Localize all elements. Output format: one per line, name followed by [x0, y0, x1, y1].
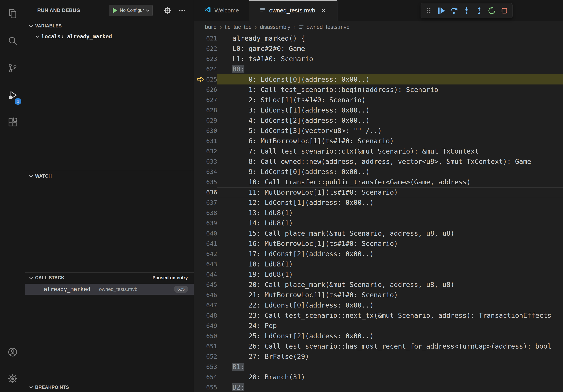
code-text[interactable]: 4: LdConst[2](address: 0x00..) — [217, 115, 563, 126]
code-line[interactable]: 653 B1: — [194, 362, 563, 372]
gutter-glyph-margin[interactable] — [194, 382, 205, 392]
code-text[interactable]: L0: game#2#0: Game — [217, 43, 563, 54]
gutter-glyph-margin[interactable] — [194, 351, 205, 362]
code-line[interactable]: 628 3: LdConst[1](address: 0x00..) — [194, 105, 563, 115]
gutter-glyph-margin[interactable] — [194, 249, 205, 259]
code-line[interactable]: 636 11: MutBorrowLoc[1](ts#1#0: Scenario… — [194, 187, 563, 197]
code-text[interactable]: 24: Pop — [217, 321, 563, 331]
gutter-glyph-margin[interactable] — [194, 310, 205, 321]
code-line[interactable]: 621 already_marked() { — [194, 33, 563, 43]
code-text[interactable]: 6: MutBorrowLoc[1](ts#1#0: Scenario) — [217, 136, 563, 146]
activity-source-control[interactable] — [0, 54, 25, 82]
gutter-glyph-margin[interactable] — [194, 126, 205, 136]
activity-settings[interactable] — [0, 365, 25, 392]
gutter-glyph-margin[interactable] — [194, 372, 205, 382]
gutter-glyph-margin[interactable] — [194, 300, 205, 310]
gutter-glyph-margin[interactable] — [194, 208, 205, 218]
tab-owned-tests[interactable]: owned_tests.mvb — [249, 0, 337, 21]
code-line[interactable]: 635 10: Call transfer::public_transfer<G… — [194, 177, 563, 187]
gutter-glyph-margin[interactable] — [194, 43, 205, 54]
code-line[interactable]: 626 1: Call test_scenario::begin(address… — [194, 84, 563, 95]
code-line[interactable]: 633 8: Call owned::new(address, address,… — [194, 156, 563, 167]
code-line[interactable]: 634 9: LdConst[0](address: 0x00..) — [194, 167, 563, 177]
gutter-glyph-margin[interactable] — [194, 95, 205, 105]
continue-button[interactable] — [436, 5, 447, 16]
code-text[interactable]: 25: LdConst[2](address: 0x00..) — [217, 331, 563, 341]
call-stack-frame[interactable]: already_marked owned_tests.mvb 625 — [25, 284, 194, 295]
gutter-glyph-margin[interactable] — [194, 84, 205, 95]
code-line[interactable]: 655 B2: — [194, 382, 563, 392]
restart-button[interactable] — [486, 5, 497, 16]
activity-account[interactable] — [0, 339, 25, 365]
gutter-glyph-margin[interactable] — [194, 331, 205, 341]
more-actions-button[interactable] — [178, 6, 187, 15]
code-text[interactable]: 7: Call test_scenario::ctx(&mut Scenario… — [217, 146, 563, 156]
code-text[interactable]: 17: LdConst[2](address: 0x00..) — [217, 249, 563, 259]
code-text[interactable]: 11: MutBorrowLoc[1](ts#1#0: Scenario) — [217, 187, 563, 197]
activity-extensions[interactable] — [0, 109, 25, 136]
code-line[interactable]: 647 22: LdConst[0](address: 0x00..) — [194, 300, 563, 310]
code-line[interactable]: 638 13: LdU8(1) — [194, 208, 563, 218]
code-text[interactable]: 13: LdU8(1) — [217, 208, 563, 218]
gutter-glyph-margin[interactable] — [194, 54, 205, 64]
code-line[interactable]: 624 B0: — [194, 64, 563, 74]
code-text[interactable]: 22: LdConst[0](address: 0x00..) — [217, 300, 563, 310]
code-line[interactable]: 640 15: Call place_mark(&mut Scenario, a… — [194, 228, 563, 238]
code-text[interactable]: 9: LdConst[0](address: 0x00..) — [217, 167, 563, 177]
code-line[interactable]: 625 0: LdConst[0](address: 0x00..) — [194, 74, 563, 84]
code-text[interactable]: 2: StLoc[1](ts#1#0: Scenario) — [217, 95, 563, 105]
code-text[interactable]: 19: LdU8(1) — [217, 269, 563, 279]
code-line[interactable]: 629 4: LdConst[2](address: 0x00..) — [194, 115, 563, 126]
gutter-glyph-margin[interactable] — [194, 115, 205, 126]
breadcrumb-item[interactable]: disassembly — [260, 24, 290, 30]
gutter-glyph-margin[interactable] — [194, 136, 205, 146]
gutter-glyph-margin[interactable] — [194, 341, 205, 351]
gutter-glyph-margin[interactable] — [194, 238, 205, 249]
code-line[interactable]: 654 28: Branch(31) — [194, 372, 563, 382]
activity-explorer[interactable] — [0, 0, 25, 27]
variables-scope-row[interactable]: locals: already_marked — [25, 31, 194, 42]
code-line[interactable]: 631 6: MutBorrowLoc[1](ts#1#0: Scenario) — [194, 136, 563, 146]
code-text[interactable]: 0: LdConst[0](address: 0x00..) — [217, 74, 563, 84]
tab-welcome[interactable]: Welcome — [194, 0, 249, 21]
code-text[interactable]: 27: BrFalse(29) — [217, 351, 563, 362]
code-text[interactable]: 5: LdConst[3](vector<u8>: "" /..) — [217, 126, 563, 136]
gutter-glyph-margin[interactable] — [194, 177, 205, 187]
debug-settings-button[interactable] — [163, 6, 172, 15]
breadcrumb-item[interactable]: build — [205, 24, 217, 30]
code-line[interactable]: 644 19: LdU8(1) — [194, 269, 563, 279]
activity-search[interactable] — [0, 27, 25, 54]
gutter-glyph-margin[interactable] — [194, 74, 205, 84]
code-text[interactable]: 14: LdU8(1) — [217, 218, 563, 228]
gutter-glyph-margin[interactable] — [194, 218, 205, 228]
code-text[interactable]: 1: Call test_scenario::begin(address): S… — [217, 84, 563, 95]
code-text[interactable]: B1: — [217, 362, 563, 372]
code-line[interactable]: 622 L0: game#2#0: Game — [194, 43, 563, 54]
gutter-glyph-margin[interactable] — [194, 33, 205, 43]
stop-button[interactable] — [499, 5, 510, 16]
gutter-glyph-margin[interactable] — [194, 259, 205, 269]
code-line[interactable]: 642 17: LdConst[2](address: 0x00..) — [194, 249, 563, 259]
code-text[interactable]: 26: Call test_scenario::has_most_recent_… — [217, 341, 563, 351]
code-line[interactable]: 637 12: LdConst[1](address: 0x00..) — [194, 197, 563, 208]
toolbar-drag-handle[interactable] — [423, 5, 434, 16]
gutter-glyph-margin[interactable] — [194, 64, 205, 74]
code-text[interactable]: 12: LdConst[1](address: 0x00..) — [217, 197, 563, 208]
code-text[interactable]: 23: Call test_scenario::next_tx(&mut Sce… — [217, 310, 563, 321]
code-line[interactable]: 650 25: LdConst[2](address: 0x00..) — [194, 331, 563, 341]
debug-config-dropdown[interactable]: No Configur — [109, 5, 153, 16]
gutter-glyph-margin[interactable] — [194, 279, 205, 290]
gutter-glyph-margin[interactable] — [194, 321, 205, 331]
gutter-glyph-margin[interactable] — [194, 105, 205, 115]
code-line[interactable]: 645 20: Call place_mark(&mut Scenario, a… — [194, 279, 563, 290]
code-text[interactable]: 28: Branch(31) — [217, 372, 563, 382]
code-line[interactable]: 652 27: BrFalse(29) — [194, 351, 563, 362]
step-over-button[interactable] — [448, 5, 460, 16]
step-into-button[interactable] — [461, 5, 472, 16]
breadcrumb-item[interactable]: tic_tac_toe — [225, 24, 252, 30]
code-line[interactable]: 632 7: Call test_scenario::ctx(&mut Scen… — [194, 146, 563, 156]
code-text[interactable]: 21: MutBorrowLoc[1](ts#1#0: Scenario) — [217, 290, 563, 300]
gutter-glyph-margin[interactable] — [194, 146, 205, 156]
gutter-glyph-margin[interactable] — [194, 269, 205, 279]
breakpoints-pane-header[interactable]: BREAKPOINTS — [25, 382, 194, 392]
